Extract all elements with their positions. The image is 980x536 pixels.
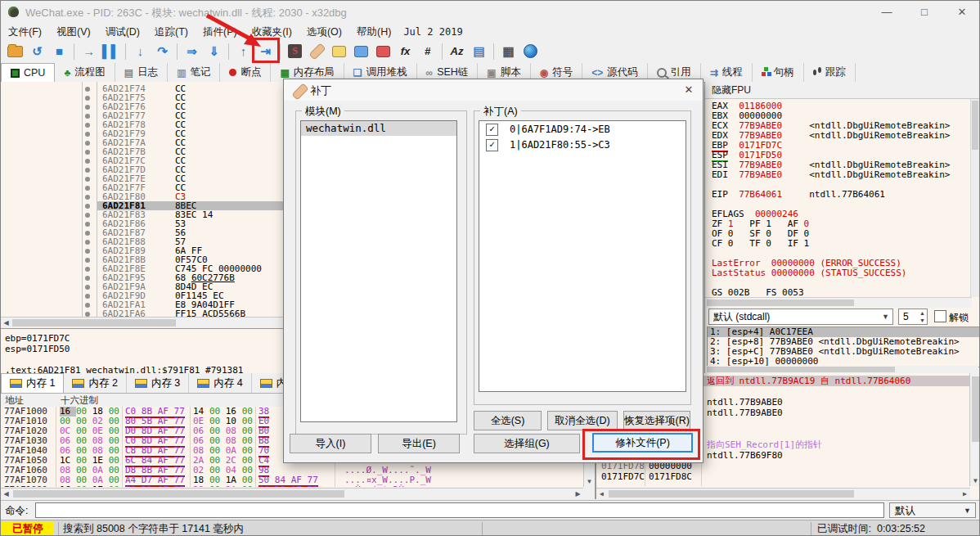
tab-graph[interactable]: ♣流程图 [55,63,115,82]
module-list-item[interactable]: wechatwin.dll [301,121,456,136]
label-icon[interactable] [351,41,371,61]
pause-icon[interactable]: ▌▌ [101,41,121,61]
registers-vscrollbar[interactable] [970,99,980,297]
breakpoint-dot-icon[interactable] [85,195,90,200]
dialog-close-icon[interactable]: ✕ [675,79,703,101]
stop-icon[interactable]: ■ [49,41,70,61]
breakpoint-dot-icon[interactable] [85,249,90,254]
breakpoint-dot-icon[interactable] [85,186,90,191]
open-file-icon[interactable] [5,41,25,61]
breakpoint-dot-icon[interactable] [85,294,90,299]
attach-icon[interactable]: ⇥ [255,41,276,61]
patch-dialog-titlebar[interactable]: 补丁 ✕ [284,79,703,101]
patch-list[interactable]: ✓0|6A7F1AD9:74->EB✓1|6AD21F80:55->C3 [479,120,686,392]
step-into-icon[interactable]: ↓ [130,41,151,61]
run-to-user-code-icon[interactable]: ↑ [233,41,254,61]
function-icon[interactable]: fx [395,41,416,61]
hash-icon[interactable]: # [417,41,438,61]
breakpoint-dot-icon[interactable] [85,303,90,308]
arguments-hscrollbar[interactable] [707,366,978,373]
modules-icon[interactable]: ▤ [469,41,489,61]
breakpoint-dot-icon[interactable] [85,87,90,92]
checkbox-icon[interactable]: ✓ [486,124,498,136]
breakpoint-dot-icon[interactable] [85,132,90,137]
tab-threads[interactable]: ⇉线程 [701,63,753,82]
menu-item-4[interactable]: 插件(P) [196,24,245,41]
export-button[interactable]: 导出(E) [378,434,460,453]
dump-tab-1[interactable]: 内存 1 [1,373,64,393]
breakpoint-dot-icon[interactable] [85,177,90,182]
menu-item-7[interactable]: 帮助(H) [349,24,398,41]
restore-selection-button[interactable]: 恢复选择项(R) [623,411,690,430]
checkbox-icon[interactable]: ✓ [486,139,498,151]
dump-tab-3[interactable]: 内存 3 [127,373,189,393]
menu-item-5[interactable]: 收藏夹(I) [245,24,299,41]
command-profile-select[interactable]: 默认▼ [889,502,976,518]
disasm-hscrollbar[interactable]: ◀ [1,317,286,328]
dump-row[interactable]: 77AF10801C 00 1E 0070 D9 AF 7728 00 2A 0… [1,485,583,487]
stack-hscrollbar[interactable]: ◀ ▶ [596,488,970,499]
module-list[interactable]: wechatwin.dll [300,120,457,422]
breakpoint-dot-icon[interactable] [85,141,90,146]
import-button[interactable]: 导入(I) [290,434,371,453]
dump-tab-4[interactable]: 内存 4 [189,373,251,393]
breakpoint-dot-icon[interactable] [85,204,90,209]
calculator-icon[interactable]: ▦ [498,41,519,61]
step-over-icon[interactable]: ↷ [152,41,173,61]
breakpoint-dot-icon[interactable] [85,213,90,218]
breakpoint-dot-icon[interactable] [85,123,90,128]
breakpoint-dot-icon[interactable] [85,96,90,101]
breakpoint-dot-icon[interactable] [85,267,90,272]
stack-row[interactable]: 0171FD7C0171FD8C [596,471,969,482]
menu-item-1[interactable]: 视图(V) [49,24,98,41]
tab-notes[interactable]: ▥笔记 [168,63,220,82]
restart-icon[interactable]: ↺ [27,41,47,61]
breakpoint-dot-icon[interactable] [85,258,90,263]
breakpoint-dot-icon[interactable] [85,222,90,227]
patch-list-item[interactable]: ✓0|6A7F1AD9:74->EB [479,121,686,137]
menu-item-6[interactable]: 选项(O) [299,24,349,41]
dump-hscrollbar[interactable]: ◀ ▶ [1,488,583,499]
breakpoint-dot-icon[interactable] [85,240,90,245]
arg-depth-spinner[interactable]: 5▲▼ [898,309,928,325]
breakpoint-dot-icon[interactable] [85,285,90,290]
breakpoint-dot-icon[interactable] [85,168,90,173]
hide-fpu-button[interactable]: 隐藏FPU [705,82,980,99]
execute-till-return-icon[interactable]: ⇒ [182,41,202,61]
run-icon[interactable]: → [79,41,99,61]
scylla-icon[interactable]: S [285,41,305,61]
select-group-button[interactable]: 选择组(G) [474,434,580,453]
stack-vscrollbar[interactable]: ▼ [969,373,980,486]
unlock-checkbox[interactable]: 解锁 [934,310,969,325]
maximize-button[interactable]: □ [906,1,943,24]
patch-list-item[interactable]: ✓1|6AD21F80:55->C3 [479,137,686,152]
tab-breakpoints[interactable]: 断点 [220,63,271,82]
patch-icon[interactable] [307,41,327,61]
close-button[interactable]: ✕ [943,1,980,24]
breakpoint-dot-icon[interactable] [85,231,90,236]
breakpoint-dot-icon[interactable] [85,312,90,317]
minimize-button[interactable]: — [868,1,906,24]
tab-cpu[interactable]: CPU [1,63,55,83]
strings-icon[interactable]: Az [447,41,467,61]
breakpoint-dot-icon[interactable] [85,276,90,281]
dump-tab-2[interactable]: 内存 2 [64,373,126,393]
menu-item-0[interactable]: 文件(F) [1,24,49,41]
checkbox-icon[interactable] [934,310,946,322]
select-all-button[interactable]: 全选(S) [474,411,542,430]
deselect-all-button[interactable]: 取消全选(D) [547,411,618,430]
step-out-icon[interactable]: ⇓ [204,41,224,61]
calling-convention-select[interactable]: 默认 (stdcall)▼ [708,309,893,325]
comment-icon[interactable] [329,41,349,61]
breakpoint-dot-icon[interactable] [85,105,90,110]
globe-icon[interactable] [520,41,541,61]
breakpoint-dot-icon[interactable] [85,150,90,155]
disassembly-pane[interactable]: 6AD21F74CC6AD21F75CC6AD21F76CC6AD21F77CC… [1,82,286,328]
tab-handles[interactable]: 句柄 [753,63,804,82]
menu-item-2[interactable]: 调试(D) [98,24,147,41]
breakpoint-dot-icon[interactable] [85,159,90,164]
bookmark-icon[interactable] [373,41,393,61]
command-input[interactable] [35,502,884,518]
patch-file-button[interactable]: 修补文件(P) [592,433,693,453]
tab-trace[interactable]: 跟踪 [804,63,856,82]
